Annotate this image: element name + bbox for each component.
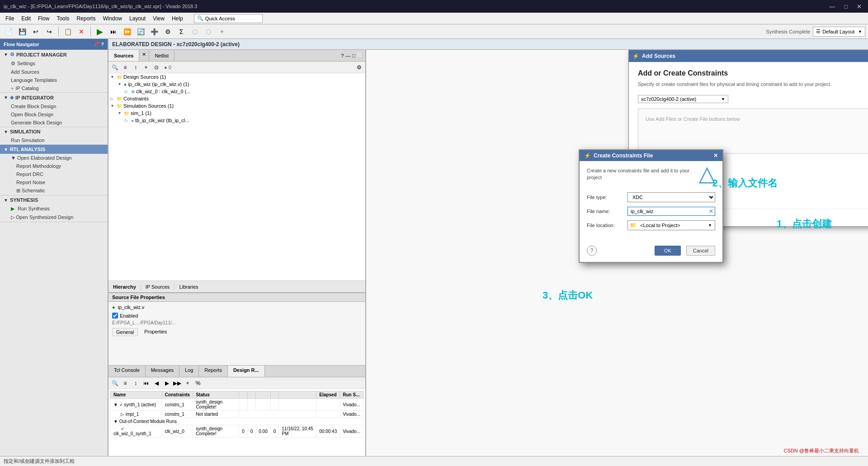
menu-layout[interactable]: Layout (126, 14, 149, 23)
redo-btn[interactable]: ↪ (43, 26, 55, 38)
nav-add-sources[interactable]: Add Sources (0, 68, 108, 76)
table-row[interactable]: ▼ ✓ synth_1 (active) constrs_1 synth_des… (111, 399, 363, 411)
create-close-btn[interactable]: ✕ (713, 152, 718, 159)
sources-restore[interactable]: □ (352, 53, 355, 58)
tab-design-runs[interactable]: Design R... (228, 366, 265, 377)
nav-schematic[interactable]: ⊞ Schematic (0, 186, 108, 195)
quick-access-bar[interactable]: 🔍 (194, 14, 263, 23)
tree-tb-ip[interactable]: ▷ ● tb_ip_clk_wiz (tb_ip_cl... (108, 117, 365, 124)
nav-run-synthesis[interactable]: ▶ Run Synthesis (0, 204, 108, 213)
table-row[interactable]: ▷ impl_1 constrs_1 Not started Vivado... (111, 411, 363, 418)
add-btn[interactable]: ➕ (148, 26, 160, 38)
tab-ip-sources[interactable]: IP Sources (141, 283, 175, 290)
console-search[interactable]: 🔍 (110, 379, 119, 388)
tab-hierarchy[interactable]: Hierarchy (108, 283, 141, 290)
tab-messages[interactable]: Messages (146, 366, 179, 377)
tree-sim1[interactable]: ▼ 📁 sim_1 (1) (108, 109, 365, 117)
tree-constraints[interactable]: ▷ 📁 Constraints (108, 95, 365, 102)
console-prev[interactable]: ◀ (152, 379, 161, 388)
tree-sim-sources[interactable]: ▼ 📁 Simulation Sources (1) (108, 102, 365, 109)
close-btn[interactable]: ✕ (854, 2, 864, 11)
sources-max[interactable]: ⬜ (357, 52, 363, 58)
new-btn[interactable]: 📄 (3, 26, 14, 38)
table-row[interactable]: ▼ Out-of-Context Module Runs (111, 418, 363, 425)
tab-reports[interactable]: Reports (199, 366, 228, 377)
sources-refresh[interactable]: ⊙ (152, 63, 161, 72)
layout-dropdown[interactable]: ☰ Default Layout ▼ (813, 27, 865, 37)
sources-sort[interactable]: ↕ (131, 63, 140, 72)
run-btn[interactable]: ▶ (94, 26, 106, 38)
file-type-select[interactable]: XDC (627, 192, 715, 202)
gear-btn[interactable]: ⚙ (162, 26, 174, 38)
nav-create-block[interactable]: Create Block Design (0, 102, 108, 110)
col-status[interactable]: Status (193, 391, 239, 399)
sources-gear[interactable]: ⚙ (354, 63, 363, 72)
nav-run-simulation[interactable]: Run Simulation (0, 136, 108, 144)
sources-filter[interactable]: ≡ (121, 63, 130, 72)
nav-ip-catalog[interactable]: +IP Catalog (0, 84, 108, 92)
nav-gen-block[interactable]: Generate Block Design (0, 119, 108, 127)
copy-btn[interactable]: 📋 (62, 26, 74, 38)
sigma-btn[interactable]: Σ (175, 26, 187, 38)
menu-file[interactable]: File (2, 14, 18, 23)
tab-sources[interactable]: Sources (108, 50, 139, 61)
prop-tab-properties[interactable]: Properties (141, 328, 170, 336)
menu-help[interactable]: Help (168, 14, 187, 23)
undo-btn[interactable]: ↩ (30, 26, 42, 38)
simulation-header[interactable]: ▼ SIMULATION (0, 127, 108, 136)
prop-tab-general[interactable]: General (112, 328, 138, 336)
create-ok-btn[interactable]: OK (655, 246, 681, 256)
step-btn[interactable]: ⏭ (108, 26, 119, 38)
tree-ip-clk-wiz[interactable]: ▼ ● ip_clk_wiz (ip_clk_wiz.v) (1) (108, 81, 365, 88)
console-play[interactable]: ▶ (162, 379, 171, 388)
tool-c[interactable]: ✦ (216, 26, 228, 38)
active-part-dropdown[interactable]: xc7z020clg400-2 (active) ▼ (638, 95, 728, 103)
console-next[interactable]: ▶▶ (173, 379, 182, 388)
delete-btn[interactable]: ✕ (75, 26, 87, 38)
col-name[interactable]: Name (111, 391, 162, 399)
nav-help[interactable]: ? (101, 42, 104, 47)
quick-access-input[interactable] (205, 16, 259, 21)
sources-search[interactable]: 🔍 (110, 63, 119, 72)
step2-btn[interactable]: ⏩ (121, 26, 133, 38)
console-sort[interactable]: ↕ (131, 379, 140, 388)
nav-report-drc[interactable]: Report DRC (0, 170, 108, 178)
nav-open-block[interactable]: Open Block Design (0, 110, 108, 119)
file-name-input[interactable] (627, 207, 715, 216)
nav-report-noise[interactable]: Report Noise (0, 178, 108, 186)
nav-settings[interactable]: ⚙Settings (0, 59, 108, 68)
menu-reports[interactable]: Reports (73, 14, 99, 23)
nav-report-methodology[interactable]: Report Methodology (0, 162, 108, 170)
tab-tcl[interactable]: Tcl Console (108, 366, 146, 377)
console-first[interactable]: ⏮ (142, 379, 151, 388)
project-manager-header[interactable]: ▼ ⚙ PROJECT MANAGER (0, 50, 108, 59)
minimize-btn[interactable]: — (826, 2, 838, 11)
menu-flow[interactable]: Flow (34, 14, 53, 23)
create-cancel-btn[interactable]: Cancel (686, 246, 715, 256)
maximize-btn[interactable]: □ (841, 2, 850, 11)
prop-enabled-check[interactable] (112, 313, 118, 319)
nav-open-synth[interactable]: ▷ Open Synthesized Design (0, 213, 108, 222)
menu-view[interactable]: View (149, 14, 168, 23)
tool-b[interactable]: ⬡ (203, 26, 214, 38)
menu-edit[interactable]: Edit (18, 14, 34, 23)
tool-a[interactable]: ⬡ (189, 26, 201, 38)
console-filter[interactable]: ≡ (121, 379, 130, 388)
reset-btn[interactable]: 🔄 (135, 26, 146, 38)
nav-pin[interactable]: 📌 (94, 42, 99, 47)
menu-window[interactable]: Window (99, 14, 126, 23)
sources-add[interactable]: + (142, 63, 151, 72)
console-percent[interactable]: % (193, 379, 203, 388)
tab-netlist[interactable]: Netlist (149, 50, 175, 61)
nav-open-elab[interactable]: ▼ Open Elaborated Design (0, 154, 108, 162)
tree-clk-wiz-0[interactable]: ▷ ⊕ clk_wiz_0 : clk_wiz_0 (... (108, 88, 365, 95)
console-add[interactable]: + (183, 379, 192, 388)
menu-tools[interactable]: Tools (53, 14, 73, 23)
create-help-circle[interactable]: ? (587, 246, 597, 256)
save-btn[interactable]: 💾 (16, 26, 28, 38)
col-constraints[interactable]: Constraints (162, 391, 193, 399)
ip-integrator-header[interactable]: ▼ ◈ IP INTEGRATOR (0, 93, 108, 102)
synthesis-header[interactable]: ▼ SYNTHESIS (0, 195, 108, 204)
file-name-clear[interactable]: ✕ (709, 208, 713, 214)
rtl-header[interactable]: ▼ RTL ANALYSIS (0, 145, 108, 154)
